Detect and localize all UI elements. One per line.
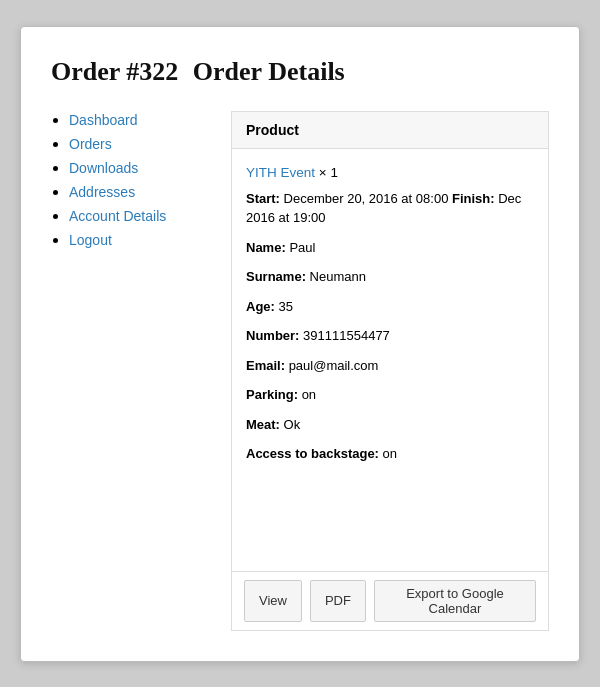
email-row: Email: paul@mail.com (246, 356, 534, 376)
sidebar-link-addresses[interactable]: Addresses (69, 184, 135, 200)
number-row: Number: 391111554477 (246, 326, 534, 346)
finish-label: Finish: (452, 191, 495, 206)
start-date: December 20, 2016 at 08:00 (284, 191, 449, 206)
sidebar-link-account-details[interactable]: Account Details (69, 208, 166, 224)
age-label: Age: (246, 299, 275, 314)
sidebar: Dashboard Orders Downloads Addresses Acc… (51, 111, 211, 631)
parking-row: Parking: on (246, 385, 534, 405)
sidebar-item-addresses: Addresses (69, 183, 211, 201)
date-row: Start: December 20, 2016 at 08:00 Finish… (246, 189, 534, 228)
age-value: 35 (279, 299, 293, 314)
export-button[interactable]: Export to Google Calendar (374, 580, 536, 622)
age-row: Age: 35 (246, 297, 534, 317)
sidebar-nav: Dashboard Orders Downloads Addresses Acc… (51, 111, 211, 249)
meat-row: Meat: Ok (246, 415, 534, 435)
page-title: Order #322 Order Details (51, 57, 549, 87)
view-button[interactable]: View (244, 580, 302, 622)
surname-label: Surname: (246, 269, 306, 284)
number-value: 391111554477 (303, 328, 390, 343)
surname-row: Surname: Neumann (246, 267, 534, 287)
backstage-label: Access to backstage: (246, 446, 379, 461)
name-value: Paul (289, 240, 315, 255)
sidebar-link-downloads[interactable]: Downloads (69, 160, 138, 176)
parking-value: on (302, 387, 316, 402)
email-label: Email: (246, 358, 285, 373)
parking-label: Parking: (246, 387, 298, 402)
meat-value: Ok (284, 417, 301, 432)
backstage-value: on (383, 446, 397, 461)
sidebar-link-logout[interactable]: Logout (69, 232, 112, 248)
sidebar-item-downloads: Downloads (69, 159, 211, 177)
meat-label: Meat: (246, 417, 280, 432)
email-value: paul@mail.com (289, 358, 379, 373)
product-link-row: YITH Event × 1 (246, 163, 534, 183)
pdf-button[interactable]: PDF (310, 580, 366, 622)
name-label: Name: (246, 240, 286, 255)
sidebar-item-account-details: Account Details (69, 207, 211, 225)
product-header: Product (232, 112, 548, 149)
content-area: Dashboard Orders Downloads Addresses Acc… (51, 111, 549, 631)
buttons-row: View PDF Export to Google Calendar (232, 571, 548, 630)
product-quantity: × 1 (319, 165, 338, 180)
sidebar-item-dashboard: Dashboard (69, 111, 211, 129)
order-window: Order #322 Order Details Dashboard Order… (20, 26, 580, 662)
backstage-row: Access to backstage: on (246, 444, 534, 464)
sidebar-link-dashboard[interactable]: Dashboard (69, 112, 138, 128)
start-label: Start: (246, 191, 280, 206)
sidebar-item-logout: Logout (69, 231, 211, 249)
order-number: Order #322 (51, 57, 178, 86)
surname-value: Neumann (310, 269, 366, 284)
name-row: Name: Paul (246, 238, 534, 258)
number-label: Number: (246, 328, 299, 343)
sidebar-link-orders[interactable]: Orders (69, 136, 112, 152)
main-content: Product YITH Event × 1 Start: December 2… (231, 111, 549, 631)
product-body: YITH Event × 1 Start: December 20, 2016 … (232, 149, 548, 534)
section-title: Order Details (193, 57, 345, 86)
product-link[interactable]: YITH Event (246, 165, 315, 180)
sidebar-item-orders: Orders (69, 135, 211, 153)
